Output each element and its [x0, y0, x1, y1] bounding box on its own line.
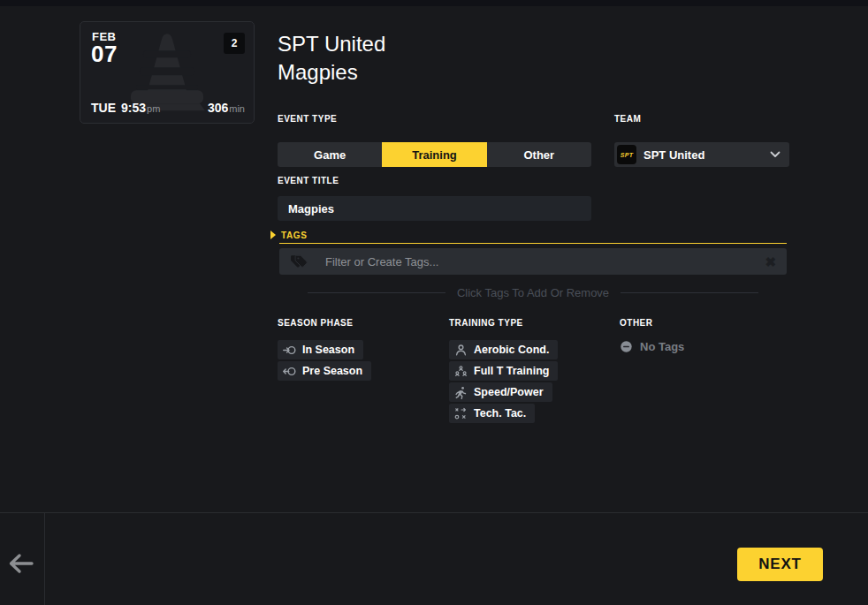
event-type-label: EVENT TYPE	[278, 114, 337, 124]
event-time: 9:53	[121, 101, 146, 115]
tag-in-season[interactable]: In Season	[278, 340, 363, 359]
tag-label: Speed/Power	[474, 386, 544, 398]
back-button[interactable]	[6, 551, 36, 578]
sign-out-icon	[283, 365, 296, 378]
no-tags-indicator: No Tags	[620, 340, 684, 353]
tag-group-season-phase: SEASON PHASE In Season Pre Season	[278, 318, 371, 382]
team-section: TEAM SPT SPT United	[614, 110, 789, 167]
divider-line	[621, 292, 758, 293]
person-icon	[454, 344, 468, 357]
page-title-event: Magpies	[278, 58, 385, 87]
clear-filter-icon[interactable]: ✖	[765, 255, 776, 268]
team-selected-value: SPT United	[643, 148, 770, 162]
tags-underline	[279, 243, 787, 244]
event-duration-unit: min	[229, 103, 245, 114]
runner-icon	[454, 386, 468, 399]
tags-filter-box: ✖	[279, 248, 787, 275]
next-button[interactable]: NEXT	[737, 548, 823, 581]
tag-icon	[290, 253, 313, 269]
training-type-label: TRAINING TYPE	[449, 318, 558, 328]
event-meridiem: pm	[147, 103, 160, 114]
event-type-segmented-control: Game Training Other	[278, 142, 591, 167]
wizard-footer: NEXT	[0, 512, 868, 605]
team-label: TEAM	[614, 114, 641, 124]
tag-label: Full T Training	[474, 365, 549, 377]
team-logo: SPT	[617, 145, 636, 164]
tactics-icon	[454, 407, 468, 420]
event-count-badge: 2	[224, 33, 245, 54]
tag-group-training-type: TRAINING TYPE Aerobic Cond. Full T Train…	[449, 318, 558, 425]
event-weekday: TUE	[91, 101, 116, 115]
tag-label: Aerobic Cond.	[474, 344, 549, 356]
team-icon	[454, 365, 468, 378]
tag-full-t-training[interactable]: Full T Training	[449, 361, 558, 381]
footer-divider	[44, 513, 45, 605]
tag-pre-season[interactable]: Pre Season	[278, 361, 371, 381]
arrow-left-icon	[8, 552, 34, 575]
event-title-label: EVENT TITLE	[278, 176, 339, 185]
tag-tech-tac[interactable]: Tech. Tac.	[449, 404, 535, 423]
tags-filter-input[interactable]	[325, 255, 765, 268]
no-tags-text: No Tags	[640, 340, 684, 353]
event-type-game-button[interactable]: Game	[278, 142, 382, 167]
team-logo-text: SPT	[621, 152, 634, 158]
top-strip	[0, 0, 868, 6]
tag-label: Tech. Tac.	[474, 407, 526, 420]
tag-speed-power[interactable]: Speed/Power	[449, 382, 552, 402]
tags-hint-text: Click Tags To Add Or Remove	[457, 286, 609, 299]
tags-title: TAGS	[281, 231, 307, 240]
collapse-arrow-icon[interactable]	[270, 231, 276, 239]
event-type-other-button[interactable]: Other	[487, 142, 591, 167]
tag-label: Pre Season	[302, 365, 362, 377]
sign-in-icon	[283, 344, 296, 357]
page-title-team: SPT United	[278, 30, 385, 58]
event-title-section: EVENT TITLE	[278, 171, 591, 221]
minus-circle-icon	[620, 340, 633, 353]
tags-hint-divider: Click Tags To Add Or Remove	[279, 286, 787, 299]
event-title-input[interactable]	[278, 196, 591, 221]
other-label: OTHER	[620, 318, 684, 328]
event-card-footer: TUE 9:53 pm 306 min	[91, 101, 245, 115]
chevron-down-icon	[770, 151, 780, 158]
divider-line	[308, 292, 445, 293]
season-phase-label: SEASON PHASE	[278, 318, 371, 328]
tag-aerobic-cond[interactable]: Aerobic Cond.	[449, 340, 558, 359]
event-wizard-page: FEB 07 2 TUE 9:53 pm 306 min SPT United …	[0, 0, 868, 605]
tags-header: TAGS	[270, 228, 787, 242]
tag-group-other: OTHER No Tags	[620, 318, 684, 353]
event-summary-card[interactable]: FEB 07 2 TUE 9:53 pm 306 min	[80, 21, 255, 124]
event-type-training-button[interactable]: Training	[382, 142, 486, 167]
tag-groups: SEASON PHASE In Season Pre Season	[270, 318, 787, 512]
team-dropdown[interactable]: SPT SPT United	[614, 142, 789, 167]
event-day: 07	[91, 41, 118, 68]
tags-section: TAGS ✖ Click Tags To Add Or Remove SEASO…	[270, 228, 787, 512]
page-title: SPT United Magpies	[278, 30, 385, 87]
event-type-section: EVENT TYPE Game Training Other	[278, 110, 591, 167]
tag-label: In Season	[302, 344, 354, 356]
event-duration: 306	[208, 101, 228, 115]
